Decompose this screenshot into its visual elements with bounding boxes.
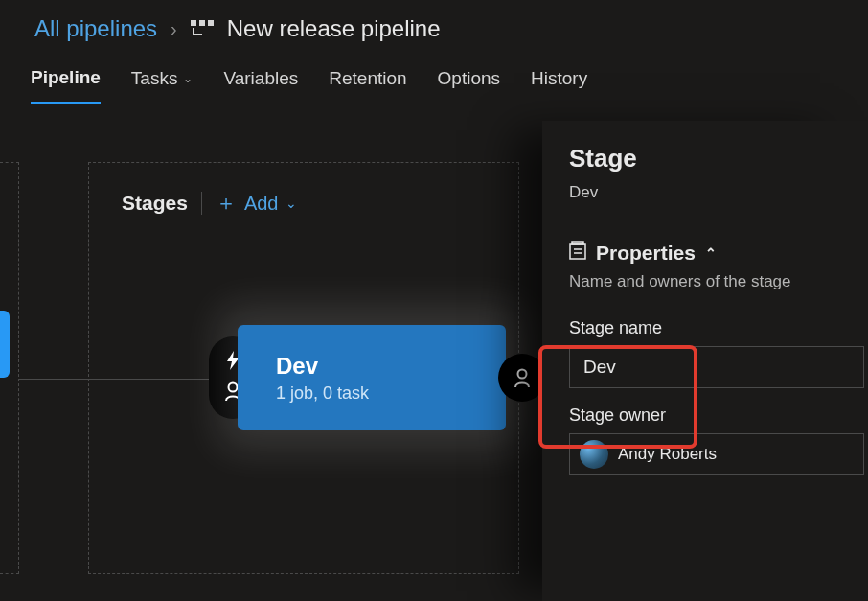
stage-owner-label: Stage owner bbox=[569, 405, 864, 426]
tab-history[interactable]: History bbox=[531, 68, 587, 103]
panel-title: Stage bbox=[569, 144, 864, 173]
properties-section-header[interactable]: Properties ⌃ bbox=[569, 241, 864, 265]
chevron-down-icon: ⌄ bbox=[286, 196, 297, 211]
breadcrumb-current: New release pipeline bbox=[227, 15, 441, 42]
stage-owner-field[interactable]: Andy Roberts bbox=[569, 433, 864, 475]
add-label: Add bbox=[244, 193, 279, 215]
properties-section-description: Name and owners of the stage bbox=[569, 272, 864, 291]
svg-rect-0 bbox=[191, 20, 196, 26]
stage-owner-name: Andy Roberts bbox=[618, 445, 717, 464]
stage-post-approval-badge[interactable] bbox=[498, 354, 546, 402]
add-stage-button[interactable]: ＋ Add ⌄ bbox=[216, 193, 298, 215]
panel-subtitle: Dev bbox=[569, 183, 864, 202]
svg-rect-1 bbox=[199, 20, 205, 26]
stage-card-dev[interactable]: Dev 1 job, 0 task bbox=[238, 325, 506, 430]
stage-card-title: Dev bbox=[276, 353, 369, 380]
svg-rect-4 bbox=[193, 34, 202, 35]
breadcrumb-separator: › bbox=[171, 18, 177, 40]
separator bbox=[201, 192, 202, 215]
tab-variables[interactable]: Variables bbox=[223, 68, 298, 103]
breadcrumb-root-link[interactable]: All pipelines bbox=[34, 15, 157, 42]
tab-pipeline[interactable]: Pipeline bbox=[31, 67, 101, 104]
pipeline-icon bbox=[191, 20, 214, 37]
breadcrumb: All pipelines › New release pipeline bbox=[0, 0, 868, 50]
tab-tasks[interactable]: Tasks ⌄ bbox=[131, 68, 194, 103]
stages-header: Stages ＋ Add ⌄ bbox=[122, 192, 486, 215]
tabs-bar: Pipeline Tasks ⌄ Variables Retention Opt… bbox=[0, 50, 868, 104]
stage-connector-line bbox=[19, 379, 211, 380]
avatar bbox=[580, 440, 608, 469]
svg-rect-8 bbox=[570, 244, 585, 259]
stages-label: Stages bbox=[122, 192, 188, 215]
svg-point-5 bbox=[229, 383, 238, 392]
tab-options[interactable]: Options bbox=[438, 68, 500, 103]
stage-name-input[interactable] bbox=[569, 346, 864, 388]
stage-properties-panel: Stage Dev Properties ⌃ Name and owners o… bbox=[542, 121, 868, 601]
artifact-node[interactable] bbox=[0, 311, 10, 378]
svg-rect-2 bbox=[208, 20, 214, 26]
chevron-up-icon: ⌃ bbox=[705, 245, 717, 261]
tab-retention[interactable]: Retention bbox=[329, 68, 406, 103]
properties-section-label: Properties bbox=[596, 242, 696, 265]
tab-tasks-label: Tasks bbox=[131, 68, 178, 89]
stage-card-subtitle: 1 job, 0 task bbox=[276, 383, 369, 404]
chevron-down-icon: ⌄ bbox=[183, 72, 193, 85]
properties-icon bbox=[569, 241, 586, 265]
stage-name-label: Stage name bbox=[569, 318, 864, 338]
svg-point-6 bbox=[518, 370, 527, 379]
